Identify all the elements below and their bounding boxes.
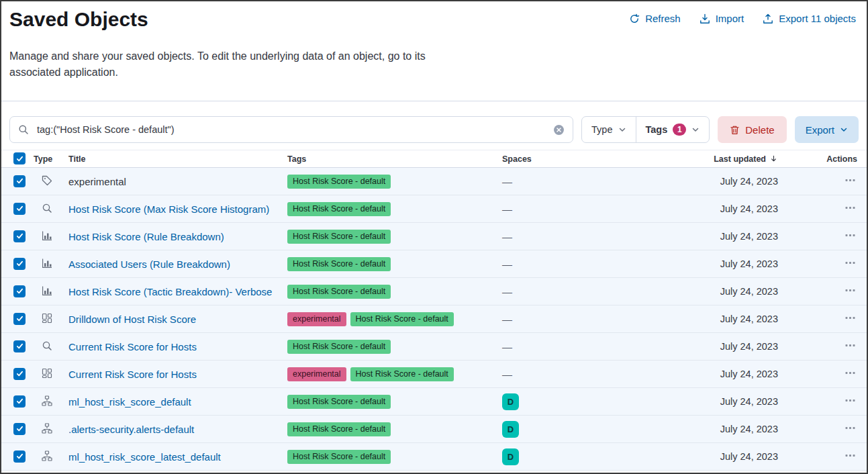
row-checkbox[interactable] (13, 423, 26, 435)
row-actions-cell (778, 365, 860, 383)
row-actions-button[interactable] (843, 392, 857, 411)
boxes-horizontal-icon (845, 178, 856, 188)
row-title-link[interactable]: ml_host_risk_score_default (68, 396, 191, 408)
row-actions-cell (778, 227, 860, 246)
tag-icon (42, 175, 52, 186)
row-title-link[interactable]: Current Risk Score for Hosts (68, 341, 197, 352)
saved-objects-page: Saved Objects Refresh Import Export 11 o… (0, 0, 868, 474)
row-checkbox-cell (8, 313, 34, 326)
row-spaces-cell: D (502, 393, 657, 410)
row-title-link[interactable]: Associated Users (Rule Breakdown) (68, 258, 230, 270)
refresh-icon (629, 13, 640, 24)
tag-badge[interactable]: Host Risk Score - default (287, 230, 391, 244)
row-spaces-cell: — (502, 369, 657, 380)
row-checkbox[interactable] (13, 451, 26, 463)
row-checkbox[interactable] (13, 203, 26, 215)
no-spaces-dash: — (502, 369, 512, 380)
row-type-cell (34, 258, 68, 271)
row-actions-button[interactable] (843, 227, 857, 246)
tag-badge[interactable]: Host Risk Score - default (287, 422, 391, 436)
row-actions-cell (778, 172, 860, 191)
delete-button[interactable]: Delete (718, 116, 786, 143)
select-all-checkbox[interactable] (13, 152, 26, 164)
row-title-link[interactable]: Host Risk Score (Tactic Breakdown)- Verb… (68, 286, 272, 297)
export-all-button[interactable]: Export 11 objects (763, 13, 856, 24)
row-checkbox[interactable] (13, 368, 26, 380)
search-input[interactable] (36, 124, 546, 136)
table-body: experimental Host Risk Score - default —… (1, 168, 867, 471)
row-title-cell: Drilldown of Host Risk Score (68, 314, 287, 325)
row-actions-cell (778, 337, 860, 356)
row-actions-button[interactable] (843, 447, 857, 466)
row-title-link[interactable]: experimental (68, 176, 126, 187)
row-actions-button[interactable] (843, 172, 857, 191)
row-checkbox[interactable] (13, 340, 26, 352)
row-last-updated: July 24, 2023 (657, 424, 778, 434)
tag-badge[interactable]: experimental (287, 312, 346, 326)
row-title-link[interactable]: ml_host_risk_score_latest_default (68, 451, 221, 463)
export-icon (763, 13, 773, 24)
row-type-cell (34, 423, 68, 436)
row-title-cell: .alerts-security.alerts-default (68, 424, 287, 435)
column-header-type[interactable]: Type (34, 154, 68, 164)
table-row: Host Risk Score (Max Risk Score Histogra… (1, 195, 867, 223)
tag-badge[interactable]: Host Risk Score - default (287, 450, 391, 464)
row-actions-button[interactable] (843, 365, 857, 383)
row-checkbox[interactable] (13, 395, 26, 408)
refresh-button[interactable]: Refresh (629, 13, 681, 24)
tag-badge[interactable]: Host Risk Score - default (350, 312, 454, 326)
row-actions-button[interactable] (843, 282, 857, 301)
row-checkbox[interactable] (13, 175, 26, 187)
table-row: experimental Host Risk Score - default —… (1, 168, 867, 195)
row-actions-button[interactable] (843, 420, 857, 438)
tags-filter-button[interactable]: Tags 1 (636, 117, 710, 142)
filter-group: Type Tags 1 (581, 116, 710, 143)
index-icon (42, 395, 52, 406)
row-actions-button[interactable] (843, 310, 857, 328)
table-row: Drilldown of Host Risk Score experimenta… (1, 305, 867, 333)
row-type-cell (34, 395, 68, 408)
chevron-down-icon (618, 126, 626, 134)
column-header-title[interactable]: Title (68, 154, 287, 164)
table-row: Host Risk Score (Rule Breakdown) Host Ri… (1, 223, 867, 250)
row-checkbox-cell (8, 423, 34, 436)
row-spaces-cell: D (502, 421, 657, 438)
import-button[interactable]: Import (700, 13, 744, 24)
index-icon (42, 451, 52, 461)
tags-count-badge: 1 (673, 124, 686, 136)
tag-badge[interactable]: Host Risk Score - default (287, 395, 391, 409)
column-header-last-updated[interactable]: Last updated (657, 154, 778, 164)
type-filter-button[interactable]: Type (582, 117, 635, 142)
no-spaces-dash: — (502, 176, 512, 187)
row-title-link[interactable]: Drilldown of Host Risk Score (68, 314, 196, 325)
row-tags-cell: Host Risk Score - default (287, 257, 502, 271)
row-checkbox-cell (8, 285, 34, 298)
clear-search-button[interactable] (553, 124, 565, 136)
row-actions-cell (778, 199, 860, 218)
row-actions-button[interactable] (843, 199, 857, 218)
row-tags-cell: Host Risk Score - default (287, 395, 502, 409)
row-title-link[interactable]: .alerts-security.alerts-default (68, 424, 194, 435)
tag-badge[interactable]: Host Risk Score - default (287, 285, 391, 299)
tag-badge[interactable]: Host Risk Score - default (287, 175, 391, 189)
row-last-updated: July 24, 2023 (657, 451, 778, 462)
row-actions-cell (778, 420, 860, 438)
export-button[interactable]: Export (795, 116, 859, 143)
row-title-cell: Host Risk Score (Tactic Breakdown)- Verb… (68, 286, 287, 297)
tag-badge[interactable]: Host Risk Score - default (287, 202, 391, 216)
tag-badge[interactable]: Host Risk Score - default (350, 367, 454, 381)
row-actions-button[interactable] (843, 337, 857, 356)
row-checkbox[interactable] (13, 313, 26, 325)
row-title-link[interactable]: Host Risk Score (Rule Breakdown) (68, 231, 224, 242)
tag-badge[interactable]: Host Risk Score - default (287, 340, 391, 354)
tag-badge[interactable]: experimental (287, 367, 346, 381)
table-row: Current Risk Score for Hosts experimenta… (1, 361, 867, 388)
row-checkbox[interactable] (13, 258, 26, 270)
row-checkbox[interactable] (13, 285, 26, 297)
row-actions-button[interactable] (843, 254, 857, 273)
row-title-link[interactable]: Host Risk Score (Max Risk Score Histogra… (68, 203, 269, 215)
row-tags-cell: Host Risk Score - default (287, 285, 502, 299)
tag-badge[interactable]: Host Risk Score - default (287, 257, 391, 271)
row-checkbox[interactable] (13, 230, 26, 242)
row-title-link[interactable]: Current Risk Score for Hosts (68, 369, 197, 380)
